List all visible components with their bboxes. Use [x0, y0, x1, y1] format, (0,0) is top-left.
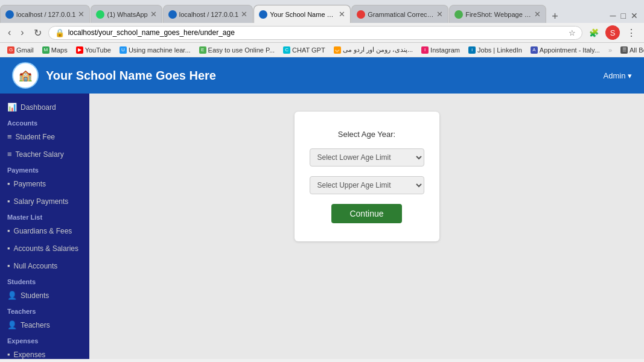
- close-window-button[interactable]: ✕: [631, 11, 638, 21]
- sidebar-section-accounts: Accounts: [0, 116, 89, 128]
- sidebar-icon: ▪: [7, 226, 10, 235]
- star-icon[interactable]: ☆: [569, 28, 576, 37]
- address-bar[interactable]: 🔒 ☆: [48, 26, 582, 40]
- menu-button[interactable]: ⋮: [623, 26, 639, 40]
- sidebar-icon: 👤: [7, 320, 17, 329]
- new-tab-button[interactable]: +: [547, 10, 563, 23]
- bookmark-all-bookmarks[interactable]: ☰All Bookmarks: [618, 45, 644, 55]
- sidebar-icon: ▪: [7, 197, 10, 206]
- profile-button[interactable]: S: [605, 25, 620, 40]
- browser-controls: ‹ › ↻ 🔒 ☆ 🧩 S ⋮: [0, 23, 644, 43]
- reload-button[interactable]: ↻: [31, 26, 45, 40]
- upper-age-select[interactable]: Select Upper Age Limit: [310, 176, 424, 194]
- sidebar-icon: ≡: [7, 132, 12, 141]
- address-input[interactable]: [68, 28, 565, 37]
- sidebar-icon: ▪: [7, 261, 10, 270]
- sidebar-item-students[interactable]: 👤Students: [0, 287, 89, 304]
- sidebar-section-payments: Payments: [0, 163, 89, 175]
- browser-tab-t2[interactable]: (1) WhatsApp ✕: [91, 5, 162, 23]
- card-title: Select Age Year:: [338, 130, 395, 139]
- sidebar-item-dashboard[interactable]: 📊 Dashboard: [0, 98, 89, 116]
- tab-close-t1[interactable]: ✕: [78, 10, 84, 19]
- school-logo: 🏫: [12, 62, 39, 89]
- bookmark-instagram[interactable]: IInstagram: [419, 45, 462, 55]
- browser-tab-t6[interactable]: FireShot: Webpage S... ✕: [449, 5, 546, 23]
- forward-button[interactable]: ›: [18, 26, 27, 39]
- minimize-button[interactable]: ─: [610, 11, 616, 21]
- browser-tab-t4[interactable]: Your School Name G... ✕: [253, 5, 351, 23]
- dashboard-icon: 📊: [7, 103, 17, 112]
- lock-icon: 🔒: [55, 28, 65, 37]
- bookmark-chat-gpt[interactable]: CCHAT GPT: [281, 45, 328, 55]
- tab-close-t6[interactable]: ✕: [534, 10, 541, 19]
- sidebar-item-student-fee[interactable]: ≡Student Fee: [0, 128, 89, 145]
- sidebar-item-teachers[interactable]: 👤Teachers: [0, 316, 89, 334]
- sidebar-section-teachers: Teachers: [0, 304, 89, 316]
- sidebar-item-teacher-salary[interactable]: ≡Teacher Salary: [0, 145, 89, 163]
- main-content: Select Age Year: Select Lower Age Limit …: [89, 94, 644, 359]
- bookmark-appointment---italy.[interactable]: AAppointment - Italy...: [528, 45, 602, 55]
- tab-close-t4[interactable]: ✕: [339, 10, 345, 19]
- tab-close-t2[interactable]: ✕: [150, 10, 157, 19]
- sidebar-item-expenses[interactable]: ▪Expenses: [0, 346, 89, 359]
- dashboard-label: Dashboard: [21, 103, 56, 112]
- browser-tab-t3[interactable]: localhost / 127.0.0.1 ✕: [163, 5, 253, 23]
- lower-age-select[interactable]: Select Lower Age Limit: [310, 148, 424, 167]
- extensions-button[interactable]: 🧩: [586, 27, 602, 39]
- bookmark-پندی،-رومن-اور-اردو-[interactable]: پپندی، رومن اور اردو می...: [331, 45, 415, 55]
- app-body: 📊 Dashboard Accounts≡Student Fee≡Teacher…: [0, 94, 644, 359]
- bookmark-gmail[interactable]: GGmail: [5, 45, 36, 55]
- sidebar-section-expenses: Expenses: [0, 334, 89, 346]
- sidebar-item-payments[interactable]: ▪Payments: [0, 175, 89, 192]
- sidebar-icon: ▪: [7, 179, 10, 188]
- tab-bar: localhost / 127.0.0.1 ✕ (1) WhatsApp ✕ l…: [0, 0, 644, 23]
- tab-close-t3[interactable]: ✕: [241, 10, 247, 19]
- admin-dropdown[interactable]: Admin ▾: [604, 71, 632, 80]
- tab-close-t5[interactable]: ✕: [436, 10, 443, 19]
- maximize-button[interactable]: □: [621, 11, 626, 21]
- browser-tab-t1[interactable]: localhost / 127.0.0.1 ✕: [0, 5, 90, 23]
- bookmark-easy-to-use-online-p[interactable]: EEasy to use Online P...: [197, 45, 277, 55]
- sidebar-section-students: Students: [0, 275, 89, 287]
- sidebar-section-master-list: Master List: [0, 210, 89, 222]
- bookmark-youtube[interactable]: ▶YouTube: [74, 45, 113, 55]
- sidebar-item-null-accounts[interactable]: ▪Null Accounts: [0, 257, 89, 275]
- header-logo: 🏫 Your School Name Goes Here: [12, 62, 216, 89]
- bookmark-using-machine-lear..[interactable]: UUsing machine lear...: [117, 45, 193, 55]
- browser-tab-t5[interactable]: Grammatical Correct... ✕: [351, 5, 448, 23]
- school-name: Your School Name Goes Here: [46, 69, 216, 83]
- bookmarks-bar: GGmailMMaps▶YouTubeUUsing machine lear..…: [0, 43, 644, 57]
- app: 🏫 Your School Name Goes Here Admin ▾ 📊 D…: [0, 57, 644, 359]
- sidebar-icon: ▪: [7, 244, 10, 253]
- sidebar-item-salary-payments[interactable]: ▪Salary Payments: [0, 192, 89, 210]
- sidebar-item-accounts-and-salaries[interactable]: ▪Accounts & Salaries: [0, 240, 89, 257]
- sidebar-icon: ▪: [7, 350, 10, 359]
- age-filter-card: Select Age Year: Select Lower Age Limit …: [295, 112, 439, 241]
- sidebar: 📊 Dashboard Accounts≡Student Fee≡Teacher…: [0, 94, 89, 359]
- bookmark-jobs-|-linkedin[interactable]: iJobs | LinkedIn: [466, 45, 524, 55]
- back-button[interactable]: ‹: [5, 26, 14, 39]
- continue-button[interactable]: Continue: [331, 204, 401, 223]
- app-header: 🏫 Your School Name Goes Here Admin ▾: [0, 57, 644, 94]
- sidebar-item-guardians-and-fees[interactable]: ▪Guardians & Fees: [0, 222, 89, 240]
- sidebar-icon: 👤: [7, 291, 17, 300]
- browser-chrome: localhost / 127.0.0.1 ✕ (1) WhatsApp ✕ l…: [0, 0, 644, 57]
- bookmark-maps[interactable]: MMaps: [40, 45, 70, 55]
- sidebar-icon: ≡: [7, 150, 12, 159]
